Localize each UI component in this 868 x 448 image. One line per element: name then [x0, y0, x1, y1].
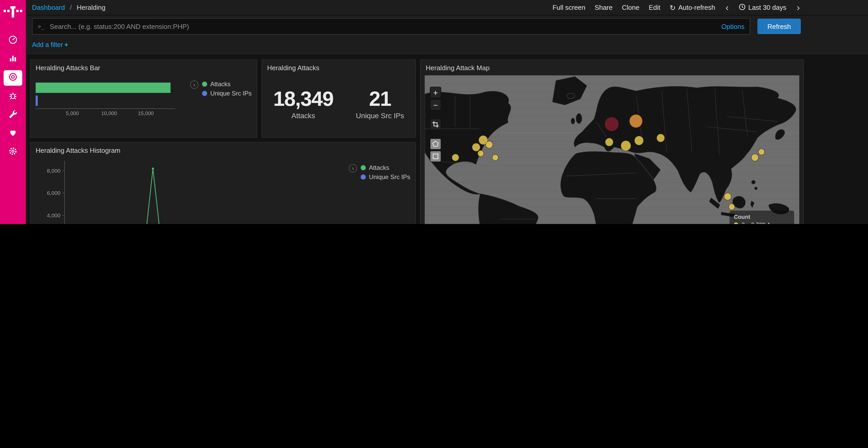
gear-icon	[8, 146, 18, 158]
attack-location-dot	[472, 143, 480, 151]
security-dashboard-icon	[8, 72, 18, 83]
crop-icon	[432, 121, 439, 128]
map-controls: + −	[430, 87, 441, 163]
sidebar	[0, 0, 26, 224]
kibana-dashboard: Dashboard / Heralding Full screen Share …	[0, 0, 868, 224]
sidebar-item-bug[interactable]	[4, 89, 22, 104]
sidebar-item-analytics[interactable]	[4, 51, 22, 67]
panel-attacks-metric: Heralding Attacks 18,349 Attacks 21 Uniq…	[261, 59, 416, 138]
auto-refresh-button[interactable]: ↻ Auto-refresh	[670, 3, 715, 12]
add-filter-link[interactable]: Add a filter+	[32, 41, 68, 48]
clone-button[interactable]: Clone	[622, 4, 640, 11]
panel-attacks-bar: Heralding Attacks Bar 5,00010,00015,000 …	[30, 59, 257, 138]
polygon-tool-button[interactable]	[430, 138, 441, 150]
world-map[interactable]: + −	[425, 75, 799, 224]
legend-dot	[734, 222, 739, 224]
attack-location-dot	[621, 141, 631, 151]
svg-text:6,000: 6,000	[47, 190, 60, 196]
auto-refresh-icon: ↻	[670, 3, 676, 12]
topbar: Dashboard / Heralding Full screen Share …	[26, 0, 868, 15]
attack-location-dot	[629, 114, 643, 128]
breadcrumb-current: Heralding	[77, 4, 105, 11]
panel-title: Heralding Attacks Histogram	[30, 142, 415, 154]
dashboard-grid: Heralding Attacks Bar 5,00010,00015,000 …	[26, 54, 868, 224]
hbar-unique-src-ips	[36, 96, 38, 106]
metric-value: 21	[356, 87, 404, 110]
dashboard-icon	[8, 35, 18, 46]
query-bar: >_ Options Refresh	[26, 15, 868, 38]
legend-item: 3 – 2,729.4	[734, 221, 789, 224]
heartbeat-icon	[8, 128, 18, 139]
metric-attacks: 18,349 Attacks	[273, 87, 334, 120]
rectangle-icon	[432, 153, 439, 160]
time-back-chevron[interactable]: ‹	[724, 3, 730, 12]
legend-toggle-icon[interactable]: ›	[349, 164, 357, 172]
metric-value: 18,349	[273, 87, 334, 110]
time-forward-chevron[interactable]: ›	[796, 3, 801, 12]
breadcrumb-separator: /	[70, 4, 71, 11]
wrench-icon	[8, 109, 18, 121]
edit-button[interactable]: Edit	[649, 4, 660, 11]
attack-location-dot	[729, 204, 735, 210]
sidebar-item-security[interactable]	[4, 70, 22, 86]
query-input-wrap: >_ Options	[32, 18, 750, 35]
legend-dot	[361, 174, 366, 180]
panel-attack-map: Heralding Attack Map	[420, 59, 804, 224]
options-link[interactable]: Options	[721, 23, 745, 30]
sidebar-item-settings[interactable]	[4, 144, 22, 160]
zoom-in-button[interactable]: +	[430, 87, 441, 98]
attack-location-dot	[478, 150, 484, 157]
map-count-legend: Count 3 – 2,729.4 2,729.4 – 5,455.8 5,45…	[730, 211, 795, 224]
legend-item-attacks[interactable]: Attacks	[361, 164, 410, 171]
legend-title: Count	[734, 214, 789, 220]
clock-icon	[739, 3, 746, 12]
attack-location-dot	[758, 149, 765, 155]
bar-chart-icon	[8, 54, 18, 65]
metric-group: 18,349 Attacks 21 Unique Src IPs	[262, 87, 415, 120]
legend-dot	[361, 165, 366, 170]
attack-location-dot	[492, 154, 498, 161]
legend-dot	[202, 81, 207, 87]
full-screen-button[interactable]: Full screen	[553, 4, 585, 11]
time-range-picker[interactable]: Last 30 days	[739, 3, 786, 12]
share-button[interactable]: Share	[595, 4, 613, 11]
zoom-out-button[interactable]: −	[430, 99, 441, 110]
attack-location-dot	[751, 154, 758, 161]
sidebar-item-health[interactable]	[4, 126, 22, 141]
chart-legend: › Attacks Unique Src IPs	[349, 164, 410, 181]
refresh-button[interactable]: Refresh	[757, 19, 801, 34]
attack-location-dot	[657, 134, 665, 142]
attack-location-dot	[605, 117, 619, 131]
polygon-icon	[432, 140, 439, 148]
telekom-logo-icon	[4, 4, 22, 20]
panel-title: Heralding Attacks Bar	[30, 60, 257, 72]
attack-location-dot	[724, 193, 731, 200]
telekom-logo[interactable]	[4, 4, 22, 22]
crop-tool-button[interactable]	[430, 119, 441, 130]
legend-dot	[202, 91, 207, 96]
search-input[interactable]	[49, 22, 717, 31]
svg-text:8,000: 8,000	[47, 168, 60, 174]
panel-title: Heralding Attack Map	[421, 60, 803, 72]
plus-icon: +	[65, 41, 68, 48]
rectangle-tool-button[interactable]	[430, 151, 441, 162]
attack-location-dot	[634, 136, 644, 145]
topbar-actions: Full screen Share Clone Edit ↻ Auto-refr…	[553, 3, 801, 12]
svg-text:4,000: 4,000	[47, 212, 60, 218]
sidebar-item-tools[interactable]	[4, 107, 22, 123]
metric-label: Unique Src IPs	[356, 111, 404, 120]
filter-bar: Add a filter+	[26, 38, 868, 54]
bug-icon	[8, 91, 18, 102]
attacks-bar-chart: 5,00010,00015,000	[36, 82, 175, 117]
legend-item-unique-src-ips[interactable]: Unique Src IPs	[361, 173, 410, 181]
sidebar-item-dashboard[interactable]	[4, 33, 22, 48]
terminal-prompt-icon: >_	[38, 23, 45, 30]
breadcrumb-dashboard-link[interactable]: Dashboard	[32, 4, 65, 11]
legend-item-attacks[interactable]: Attacks	[202, 80, 252, 88]
legend-toggle-icon[interactable]: ›	[190, 80, 198, 89]
main-area: Dashboard / Heralding Full screen Share …	[26, 0, 868, 224]
attack-location-dot	[605, 138, 613, 146]
attacks-histogram-chart: 02,0004,0006,0008,0002018-10-28 02:00201…	[35, 157, 345, 224]
panel-attacks-histogram: Heralding Attacks Histogram 02,0004,0006…	[30, 142, 416, 224]
legend-item-unique-src-ips[interactable]: Unique Src IPs	[202, 90, 252, 97]
